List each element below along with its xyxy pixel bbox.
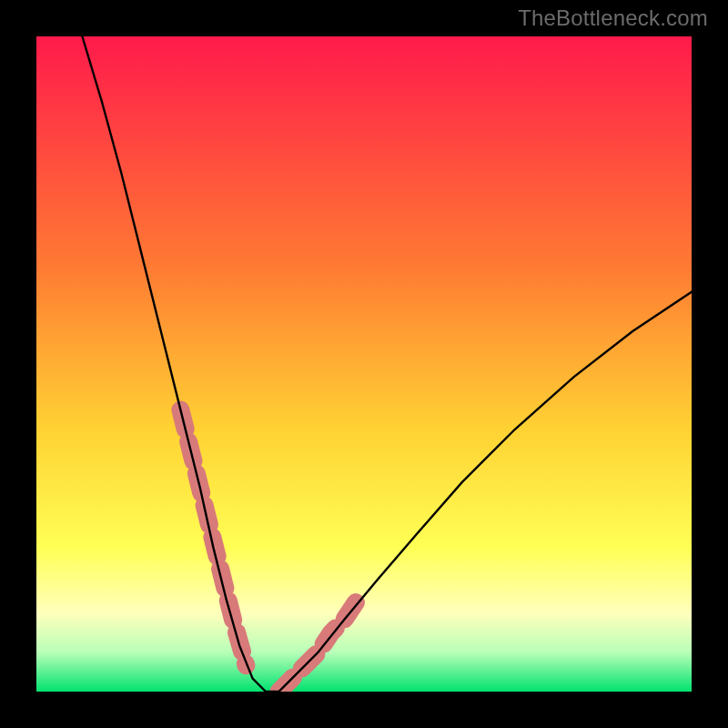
curve-layer bbox=[36, 36, 692, 692]
plot-area bbox=[36, 36, 692, 692]
highlight-right bbox=[278, 600, 357, 692]
chart-frame: TheBottleneck.com bbox=[0, 0, 728, 728]
bottleneck-curve-path bbox=[82, 36, 692, 692]
highlight-stroke bbox=[278, 600, 357, 692]
watermark-text: TheBottleneck.com bbox=[518, 5, 708, 31]
